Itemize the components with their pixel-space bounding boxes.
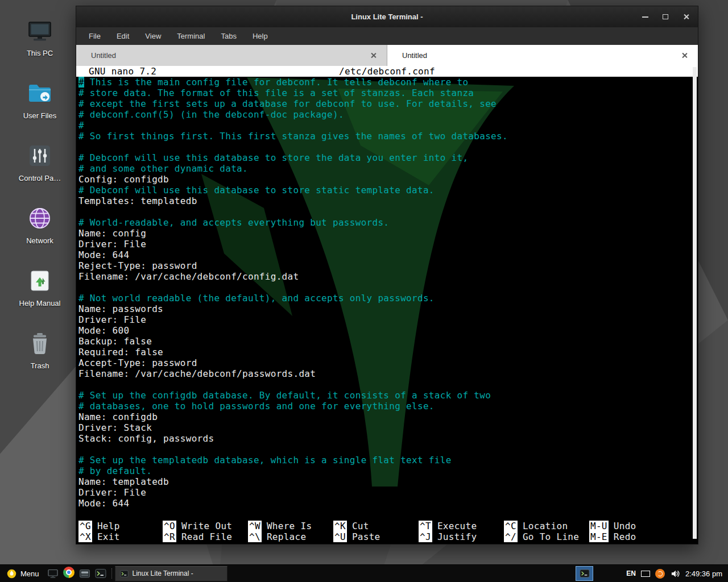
terminal-line: # debconf.conf(5) (in the debconf-doc pa… [78, 109, 698, 120]
launcher-file-manager-icon[interactable] [77, 565, 93, 582]
nano-shortcut-redo: M-ERedo [589, 531, 698, 542]
tab-1[interactable]: Untitled [76, 45, 387, 66]
nano-shortcut-go-to-line: ^/Go To Line [504, 531, 589, 542]
shortcut-key: ^R [163, 531, 176, 542]
nano-titlebar: GNU nano 7.2 /etc/debconf.conf [76, 66, 698, 77]
terminal-line: Required: false [78, 347, 698, 357]
shortcut-key: ^O [163, 521, 176, 531]
update-notifier-icon[interactable] [655, 569, 665, 579]
tab-close-icon[interactable] [370, 52, 377, 59]
desktop-icon-label: This PC [27, 49, 53, 57]
desktop-icon-label: User Files [23, 111, 57, 120]
maximize-button[interactable] [658, 11, 673, 23]
shortcut-key: ^T [419, 521, 432, 531]
desktop-icon-control-pa[interactable]: Control Pa… [5, 135, 75, 198]
taskbar-separator [111, 568, 112, 579]
terminal-line: Mode: 644 [78, 250, 698, 260]
tray-terminal-icon[interactable] [576, 566, 593, 581]
menu-flame-icon [7, 569, 16, 579]
folder-icon [26, 80, 53, 107]
nano-filename: /etc/debconf.conf [76, 66, 698, 77]
volume-icon[interactable] [671, 569, 680, 579]
tab-bar: UntitledUntitled [76, 45, 698, 66]
terminal-line: # Not world readable (the default), and … [78, 293, 698, 304]
desktop-icon-network[interactable]: Network [5, 198, 75, 260]
nano-lines: # This is the main config file for debco… [76, 77, 698, 509]
desktop-icon-label: Control Pa… [19, 174, 61, 182]
terminal-line: # Set up the templatedb database, which … [78, 455, 698, 465]
menu-bar: FileEditViewTerminalTabsHelp [76, 27, 698, 45]
terminal-line: # and some other dynamic data. [78, 163, 698, 174]
terminal-window: Linux Lite Terminal - FileEditViewTermin… [76, 6, 698, 544]
terminal-line: # So first things first. This first stan… [78, 131, 698, 142]
menu-item-terminal[interactable]: Terminal [169, 27, 213, 45]
show-desktop-icon [47, 568, 59, 579]
close-icon [683, 14, 689, 20]
terminal-line: # Set up the configdb database. By defau… [78, 390, 698, 401]
terminal-line: # except the first sets up a database fo… [78, 98, 698, 109]
layout-box-icon[interactable] [641, 571, 650, 577]
desktop: This PCUser FilesControl Pa…NetworkHelp … [0, 0, 728, 582]
menu-button[interactable]: Menu [0, 565, 45, 582]
shortcut-label: Where Is [267, 521, 312, 531]
desktop-icon-this-pc[interactable]: This PC [5, 10, 75, 73]
terminal-scrollbar[interactable] [693, 67, 697, 539]
nano-shortcut-where-is: ^WWhere Is [248, 521, 333, 531]
terminal-line: # by default. [78, 465, 698, 476]
close-button[interactable] [679, 11, 693, 23]
shortcut-key: ^J [419, 531, 432, 542]
nano-shortcuts: ^GHelp^OWrite Out^WWhere Is^KCut^TExecut… [78, 521, 698, 542]
menu-item-view[interactable]: View [137, 27, 169, 45]
menu-item-help[interactable]: Help [245, 27, 276, 45]
launcher-show-desktop-icon[interactable] [45, 565, 61, 582]
desktop-icon-trash[interactable]: Trash [5, 323, 75, 385]
shortcut-key: ^G [78, 521, 92, 531]
terminal-line [78, 206, 698, 217]
launcher-terminal-icon[interactable] [93, 565, 109, 582]
desktop-icon-help-manual[interactable]: Help Manual [5, 260, 75, 323]
terminal-line: Filename: /var/cache/debconf/config.dat [78, 271, 698, 282]
terminal-line: Name: config [78, 228, 698, 239]
tab-2[interactable]: Untitled [387, 45, 698, 66]
terminal-view[interactable]: GNU nano 7.2 /etc/debconf.conf # This is… [76, 66, 698, 544]
window-title: Linux Lite Terminal - [76, 6, 698, 27]
keyboard-layout-indicator[interactable]: EN [626, 569, 636, 577]
taskbar-window-button[interactable]: Linux Lite Terminal - [115, 566, 228, 581]
tab-label: Untitled [402, 51, 681, 60]
nano-shortcut-cut: ^KCut [333, 521, 419, 531]
scrollbar-thumb[interactable] [693, 67, 697, 539]
shortcut-label: Read File [181, 531, 232, 542]
shortcut-key: ^K [333, 521, 347, 531]
menu-item-edit[interactable]: Edit [109, 27, 137, 45]
terminal-line: Driver: File [78, 239, 698, 250]
terminal-line [78, 282, 698, 293]
terminal-line: # Debconf will use this database to stor… [78, 152, 698, 163]
terminal-line: # Debconf will use this database to stor… [78, 185, 698, 196]
terminal-line: Driver: Stack [78, 422, 698, 433]
shortcut-label: Justify [437, 531, 477, 542]
menu-item-file[interactable]: File [81, 27, 109, 45]
nano-shortcut-write-out: ^OWrite Out [163, 521, 248, 531]
shortcut-key: ^X [78, 531, 92, 542]
terminal-line: Templates: templatedb [78, 196, 698, 206]
desktop-icon-user-files[interactable]: User Files [5, 73, 75, 135]
terminal-line: # [78, 120, 698, 131]
tab-label: Untitled [91, 51, 370, 60]
clock: 2:49:36 pm [685, 569, 722, 578]
desktop-icon-label: Network [26, 236, 53, 245]
terminal-line: Mode: 600 [78, 325, 698, 336]
terminal-line: Mode: 644 [78, 498, 698, 509]
nano-shortcut-paste: ^UPaste [333, 531, 419, 542]
terminal-line: Name: templatedb [78, 476, 698, 487]
minimize-button[interactable] [638, 11, 652, 23]
nano-cursor: # [78, 77, 84, 88]
terminal-line: Reject-Type: password [78, 260, 698, 271]
launcher-chrome-icon[interactable] [61, 565, 77, 582]
window-buttons [638, 6, 693, 27]
menu-button-label: Menu [20, 569, 39, 578]
menu-item-tabs[interactable]: Tabs [213, 27, 244, 45]
terminal-line: # store data. The format of this file is… [78, 88, 698, 98]
tab-close-icon[interactable] [681, 52, 688, 59]
nano-shortcut-read-file: ^RRead File [163, 531, 248, 542]
window-titlebar[interactable]: Linux Lite Terminal - [76, 6, 698, 27]
